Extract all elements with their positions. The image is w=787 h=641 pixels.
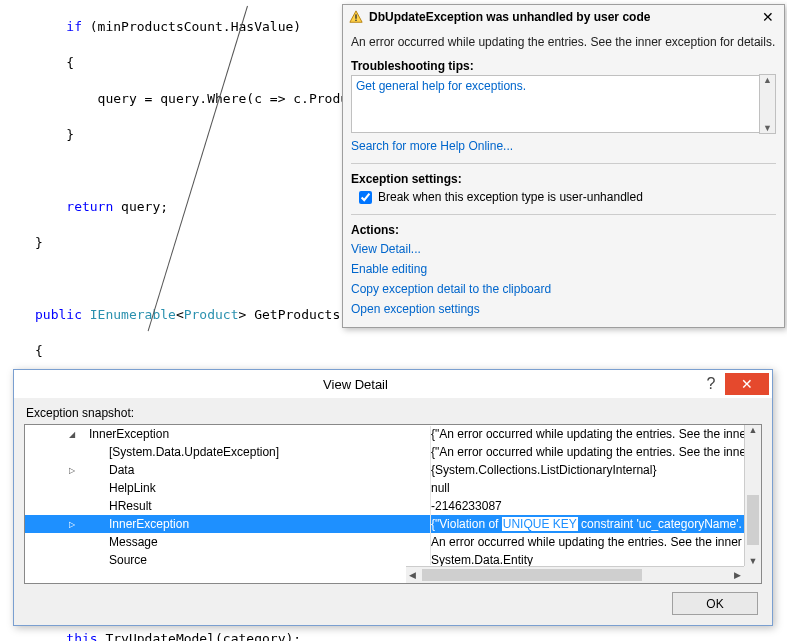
tips-box: Get general help for exceptions. (351, 75, 759, 133)
open-settings-link[interactable]: Open exception settings (351, 299, 776, 319)
property-value: {"Violation of UNIQUE KEY constraint 'uc… (431, 517, 761, 531)
actions-heading: Actions: (351, 219, 776, 239)
scroll-corner (744, 566, 761, 583)
property-name: [System.Data.UpdateException] (81, 445, 431, 459)
property-row[interactable]: MessageAn error occurred while updating … (25, 533, 761, 551)
property-value: {System.Collections.ListDictionaryIntern… (431, 463, 761, 477)
dialog-title: View Detail (14, 377, 697, 392)
tips-heading: Troubleshooting tips: (351, 55, 776, 75)
property-row[interactable]: HResult-2146233087 (25, 497, 761, 515)
view-detail-link[interactable]: View Detail... (351, 239, 776, 259)
expand-icon[interactable] (25, 520, 81, 529)
exception-message: An error occurred while updating the ent… (351, 33, 776, 55)
close-button[interactable]: ✕ (758, 9, 778, 25)
break-label: Break when this exception type is user-u… (378, 190, 643, 204)
enable-editing-link[interactable]: Enable editing (351, 259, 776, 279)
exception-title: DbUpdateException was unhandled by user … (369, 10, 758, 24)
break-checkbox[interactable] (359, 191, 372, 204)
property-name: Message (81, 535, 431, 549)
property-value: null (431, 481, 761, 495)
property-grid[interactable]: InnerException{"An error occurred while … (24, 424, 762, 584)
column-divider[interactable] (430, 426, 431, 565)
property-name: HelpLink (81, 481, 431, 495)
search-help-link[interactable]: Search for more Help Online... (351, 139, 513, 153)
ok-button[interactable]: OK (672, 592, 758, 615)
property-row-selected[interactable]: InnerException{"Violation of UNIQUE KEY … (25, 515, 761, 533)
property-value: {"An error occurred while updating the e… (431, 427, 761, 441)
property-name: Source (81, 553, 431, 567)
svg-rect-2 (355, 20, 356, 21)
dialog-close-button[interactable]: ✕ (725, 373, 769, 395)
property-value: -2146233087 (431, 499, 761, 513)
property-name: InnerException (81, 427, 431, 441)
property-value: An error occurred while updating the ent… (431, 535, 761, 549)
property-value: {"An error occurred while updating the e… (431, 445, 761, 459)
horizontal-scrollbar[interactable]: ◀▶ (406, 566, 744, 583)
exception-popup: DbUpdateException was unhandled by user … (342, 4, 785, 328)
tips-scrollbar[interactable]: ▲▼ (759, 74, 776, 134)
property-name: Data (81, 463, 431, 477)
property-row[interactable]: [System.Data.UpdateException]{"An error … (25, 443, 761, 461)
help-button[interactable]: ? (697, 375, 725, 393)
property-row[interactable]: HelpLinknull (25, 479, 761, 497)
highlighted-text: UNIQUE KEY (502, 517, 578, 531)
property-value: System.Data.Entity (431, 553, 761, 567)
vertical-scrollbar[interactable]: ▲▼ (744, 425, 761, 566)
expand-icon[interactable] (25, 430, 81, 439)
property-name: InnerException (81, 517, 431, 531)
property-row[interactable]: Data{System.Collections.ListDictionaryIn… (25, 461, 761, 479)
settings-heading: Exception settings: (351, 168, 776, 188)
snapshot-label: Exception snapshot: (24, 406, 762, 424)
svg-rect-1 (355, 14, 356, 18)
property-row[interactable]: InnerException{"An error occurred while … (25, 425, 761, 443)
property-name: HResult (81, 499, 431, 513)
expand-icon[interactable] (25, 466, 81, 475)
view-detail-dialog: View Detail ? ✕ Exception snapshot: Inne… (13, 369, 773, 626)
copy-detail-link[interactable]: Copy exception detail to the clipboard (351, 279, 776, 299)
warning-icon (349, 10, 363, 24)
tip-link[interactable]: Get general help for exceptions. (356, 79, 526, 93)
